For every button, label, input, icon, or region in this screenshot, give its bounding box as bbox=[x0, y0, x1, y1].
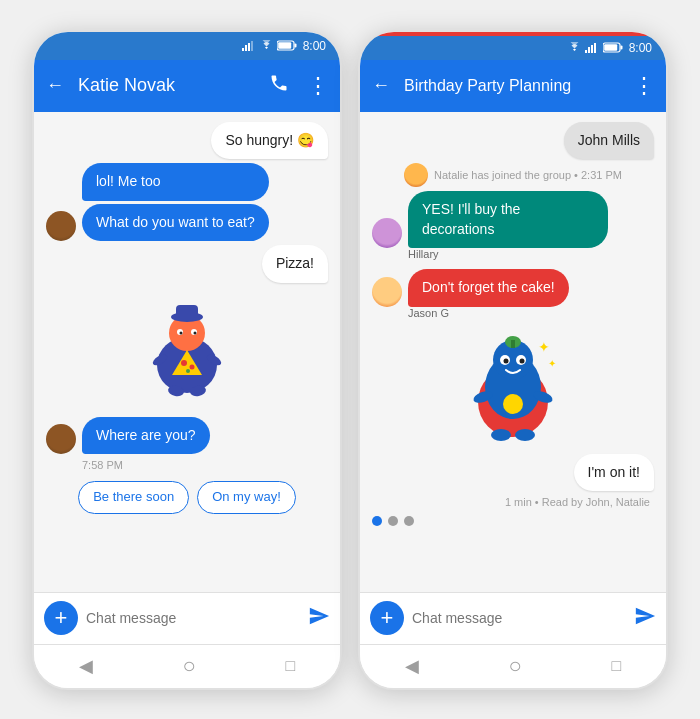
sender-label: Hillary bbox=[408, 248, 654, 260]
svg-point-40 bbox=[520, 358, 525, 363]
phone-2: 8:00 ← Birthday Party Planning ⋮ John Mi… bbox=[358, 30, 668, 690]
message-bubble: John Mills bbox=[564, 122, 654, 160]
back-button-1[interactable]: ← bbox=[42, 71, 68, 100]
svg-point-14 bbox=[194, 331, 197, 334]
message-bubble: lol! Me too bbox=[82, 163, 269, 201]
message-row: YES! I'll buy the decorations bbox=[372, 191, 654, 248]
time-display-2: 8:00 bbox=[629, 41, 652, 55]
svg-point-18 bbox=[186, 369, 190, 373]
message-row: lol! Me too What do you want to eat? bbox=[46, 163, 328, 241]
svg-point-41 bbox=[503, 394, 523, 414]
smart-replies: Be there soon On my way! bbox=[46, 481, 328, 513]
svg-point-16 bbox=[181, 360, 187, 366]
message-row: John Mills bbox=[372, 122, 654, 160]
svg-text:✦: ✦ bbox=[548, 358, 556, 369]
chat-input-2[interactable] bbox=[412, 610, 626, 626]
message-bubble: Where are you? bbox=[82, 417, 210, 455]
phone-icon-1[interactable] bbox=[265, 69, 293, 102]
message-group: YES! I'll buy the decorations Hillary bbox=[372, 191, 654, 261]
status-bar-2: 8:00 bbox=[360, 36, 666, 60]
nav-bar-1: ◀ ○ □ bbox=[34, 644, 340, 688]
svg-point-44 bbox=[491, 429, 511, 441]
svg-rect-36 bbox=[511, 340, 515, 348]
message-bubble: Don't forget the cake! bbox=[408, 269, 569, 307]
app-bar-2: ← Birthday Party Planning ⋮ bbox=[360, 60, 666, 112]
message-bubble: Pizza! bbox=[262, 245, 328, 283]
svg-rect-5 bbox=[294, 44, 296, 48]
chat-title-1: Katie Novak bbox=[78, 75, 255, 96]
chat-area-1: So hungry! 😋 lol! Me too What do you wan… bbox=[34, 112, 340, 592]
send-button-1[interactable] bbox=[308, 605, 330, 632]
system-msg-text: Natalie has joined the group • 2:31 PM bbox=[434, 169, 622, 181]
smart-reply-1[interactable]: Be there soon bbox=[78, 481, 189, 513]
add-button-2[interactable]: + bbox=[370, 601, 404, 635]
svg-rect-10 bbox=[176, 305, 198, 318]
time-display-1: 8:00 bbox=[303, 39, 326, 53]
signal-icon-2 bbox=[585, 42, 599, 53]
sticker-monster: ✦ ✦ bbox=[372, 332, 654, 442]
recent-nav-2[interactable]: □ bbox=[611, 657, 621, 675]
chat-title-2: Birthday Party Planning bbox=[404, 77, 619, 95]
more-icon-2[interactable]: ⋮ bbox=[629, 69, 658, 103]
typing-dot-3 bbox=[404, 516, 414, 526]
input-bar-1: + bbox=[34, 592, 340, 644]
app-bar-1: ← Katie Novak ⋮ bbox=[34, 60, 340, 112]
message-row: I'm on it! bbox=[372, 454, 654, 492]
avatar bbox=[46, 211, 76, 241]
svg-rect-6 bbox=[278, 42, 291, 49]
svg-rect-3 bbox=[251, 41, 253, 51]
message-group: Don't forget the cake! Jason G bbox=[372, 269, 654, 320]
message-time: 7:58 PM bbox=[82, 459, 328, 471]
recent-nav-1[interactable]: □ bbox=[285, 657, 295, 675]
nav-bar-2: ◀ ○ □ bbox=[360, 644, 666, 688]
svg-point-39 bbox=[504, 358, 509, 363]
sticker-pizza bbox=[46, 295, 328, 405]
back-nav-1[interactable]: ◀ bbox=[79, 655, 93, 677]
send-button-2[interactable] bbox=[634, 605, 656, 632]
svg-text:✦: ✦ bbox=[538, 339, 550, 355]
svg-rect-26 bbox=[594, 43, 596, 53]
message-row: So hungry! 😋 bbox=[46, 122, 328, 160]
battery-icon-2 bbox=[603, 42, 623, 53]
svg-point-17 bbox=[190, 364, 195, 369]
message-row: Pizza! bbox=[46, 245, 328, 283]
avatar-hillary bbox=[372, 218, 402, 248]
back-button-2[interactable]: ← bbox=[368, 71, 394, 100]
avatar bbox=[46, 424, 76, 454]
chat-input-1[interactable] bbox=[86, 610, 300, 626]
system-message: Natalie has joined the group • 2:31 PM bbox=[372, 163, 654, 187]
back-nav-2[interactable]: ◀ bbox=[405, 655, 419, 677]
svg-point-13 bbox=[180, 331, 183, 334]
pizza-sticker bbox=[132, 295, 242, 405]
smart-reply-2[interactable]: On my way! bbox=[197, 481, 296, 513]
more-icon-1[interactable]: ⋮ bbox=[303, 69, 332, 103]
signal-icon bbox=[242, 40, 256, 51]
read-receipt: 1 min • Read by John, Natalie bbox=[372, 496, 650, 508]
sender-label: Jason G bbox=[408, 307, 654, 319]
chat-area-2: John Mills Natalie has joined the group … bbox=[360, 112, 666, 592]
home-nav-2[interactable]: ○ bbox=[509, 653, 522, 679]
svg-rect-28 bbox=[620, 46, 622, 50]
message-bubble: I'm on it! bbox=[574, 454, 654, 492]
phone-1: 8:00 ← Katie Novak ⋮ So hungry! 😋 lol! M… bbox=[32, 30, 342, 690]
message-bubble: So hungry! 😋 bbox=[211, 122, 328, 160]
status-bar-1: 8:00 bbox=[34, 32, 340, 60]
svg-rect-2 bbox=[248, 43, 250, 51]
wifi-icon bbox=[260, 40, 273, 51]
message-bubble: YES! I'll buy the decorations bbox=[408, 191, 608, 248]
typing-dot-1 bbox=[372, 516, 382, 526]
typing-indicators bbox=[372, 512, 654, 530]
message-row: Don't forget the cake! bbox=[372, 269, 654, 307]
wifi-icon-2 bbox=[568, 42, 581, 53]
input-bar-2: + bbox=[360, 592, 666, 644]
monster-sticker: ✦ ✦ bbox=[463, 332, 563, 442]
message-row: Where are you? bbox=[46, 417, 328, 455]
svg-rect-23 bbox=[585, 50, 587, 53]
avatar-natalie bbox=[404, 163, 428, 187]
add-button-1[interactable]: + bbox=[44, 601, 78, 635]
home-nav-1[interactable]: ○ bbox=[183, 653, 196, 679]
svg-point-45 bbox=[515, 429, 535, 441]
battery-icon bbox=[277, 40, 297, 51]
svg-rect-0 bbox=[242, 48, 244, 51]
svg-rect-1 bbox=[245, 45, 247, 51]
